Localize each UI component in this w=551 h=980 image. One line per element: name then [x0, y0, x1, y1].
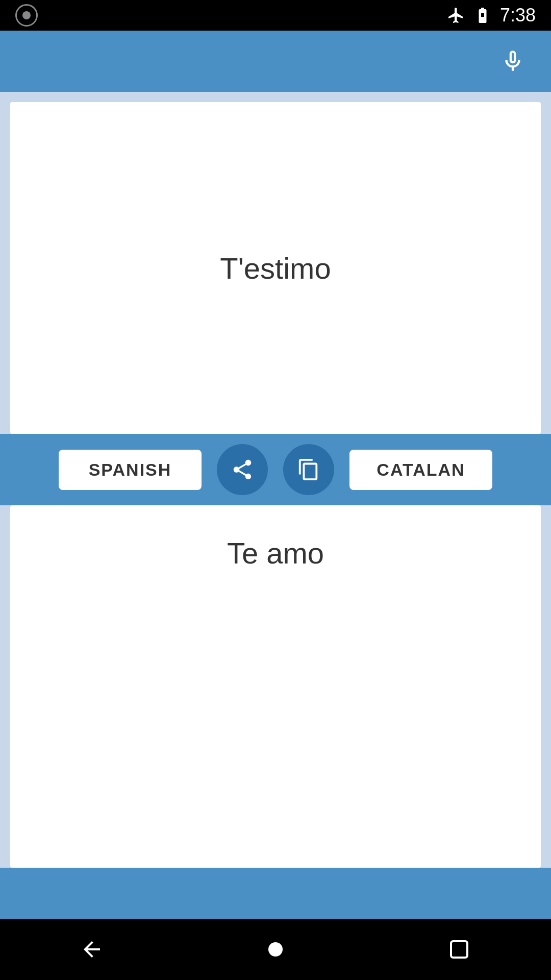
svg-point-0	[268, 942, 283, 957]
status-right: 7:38	[447, 5, 536, 26]
app-bar	[0, 31, 551, 92]
battery-icon	[473, 6, 492, 24]
microphone-icon	[500, 48, 525, 74]
signal-icon	[15, 4, 38, 27]
recents-icon	[447, 937, 471, 962]
catalan-language-button[interactable]: CATALAN	[349, 450, 492, 490]
microphone-button[interactable]	[495, 43, 531, 79]
svg-rect-1	[451, 941, 467, 958]
airplane-icon	[447, 6, 465, 24]
catalan-translation-text: T'estimo	[220, 251, 331, 285]
controls-bar: SPANISH CATALAN	[0, 434, 551, 505]
share-icon	[231, 458, 254, 481]
status-time: 7:38	[500, 5, 536, 26]
catalan-translation-box[interactable]: T'estimo	[10, 102, 541, 434]
share-button[interactable]	[217, 444, 268, 495]
status-left	[15, 4, 38, 27]
spanish-translation-box[interactable]: Te amo	[10, 505, 541, 868]
back-button[interactable]	[71, 929, 112, 970]
home-button[interactable]	[255, 929, 296, 970]
home-icon	[263, 937, 288, 962]
copy-button[interactable]	[283, 444, 334, 495]
back-icon	[80, 937, 104, 962]
recents-button[interactable]	[439, 929, 480, 970]
spanish-language-button[interactable]: SPANISH	[59, 450, 202, 490]
nav-bar	[0, 919, 551, 980]
copy-icon	[297, 458, 320, 481]
status-bar: 7:38	[0, 0, 551, 31]
spanish-translation-text: Te amo	[227, 536, 324, 570]
bottom-accent-bar	[0, 868, 551, 919]
main-content: T'estimo SPANISH CATALAN Te amo	[0, 92, 551, 919]
